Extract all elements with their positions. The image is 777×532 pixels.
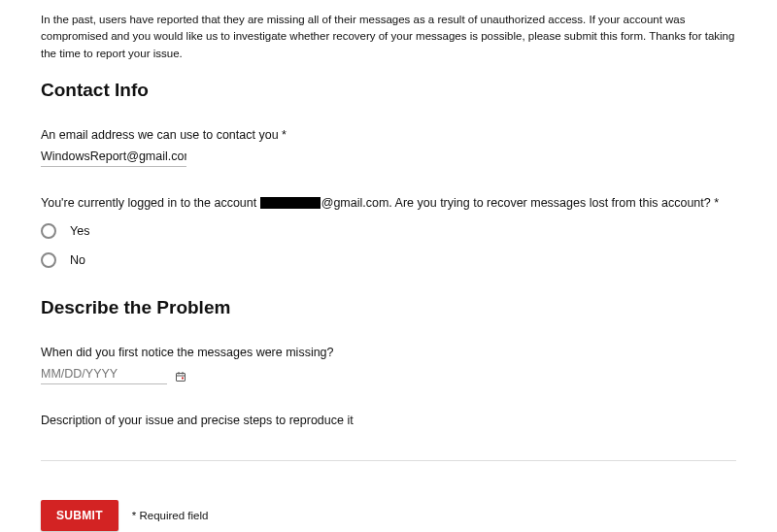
intro-text: In the past, users have reported that th… (41, 12, 736, 62)
logged-in-question: You're currently logged in to the accoun… (41, 196, 736, 210)
logged-in-prefix: You're currently logged in to the accoun… (41, 196, 260, 210)
date-field[interactable] (41, 365, 167, 384)
svg-rect-0 (177, 373, 186, 381)
radio-yes-label: Yes (70, 224, 89, 238)
submit-button[interactable]: SUBMIT (41, 500, 118, 531)
radio-no-label: No (70, 253, 85, 267)
email-field[interactable] (41, 148, 186, 167)
radio-no[interactable] (41, 252, 56, 268)
radio-row-yes[interactable]: Yes (41, 223, 736, 239)
contact-heading: Contact Info (41, 80, 736, 101)
svg-rect-4 (182, 377, 184, 379)
email-label: An email address we can use to contact y… (41, 128, 736, 142)
logged-in-domain: @gmail.com (321, 196, 389, 210)
problem-heading: Describe the Problem (41, 297, 736, 318)
required-note: * Required field (132, 510, 209, 521)
calendar-icon[interactable] (175, 371, 186, 382)
description-field[interactable] (41, 433, 736, 461)
radio-row-no[interactable]: No (41, 252, 736, 268)
radio-yes[interactable] (41, 223, 56, 239)
when-label: When did you first notice the messages w… (41, 346, 736, 359)
logged-in-suffix: . Are you trying to recover messages los… (388, 196, 719, 210)
desc-label: Description of your issue and precise st… (41, 414, 736, 427)
redacted-username (260, 197, 321, 209)
